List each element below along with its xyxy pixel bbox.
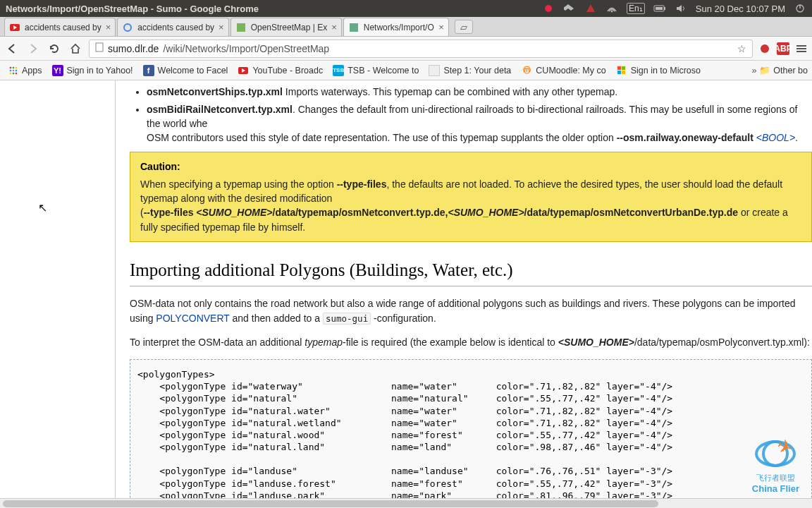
osm-icon — [235, 22, 247, 33]
tsb-icon: TSB — [333, 65, 344, 76]
tab-1[interactable]: accidents caused by × — [4, 18, 116, 36]
tab-label: Networks/Import/O — [364, 23, 434, 32]
code-block: <polygonTypes> <polygonType id="waterway… — [130, 359, 812, 498]
svg-rect-13 — [796, 45, 806, 47]
forward-button[interactable] — [25, 41, 41, 56]
bookmarks-bar: Apps Y!Sign in to Yahoo! fWelcome to Fac… — [0, 61, 812, 80]
close-icon[interactable]: × — [438, 22, 444, 32]
new-tab-button[interactable]: ▱ — [455, 20, 473, 34]
page-viewport: osmNetconvertBicycle.typ.xml imports bic… — [0, 80, 812, 498]
svg-point-1 — [611, 11, 613, 13]
facebook-icon: f — [143, 65, 154, 76]
youtube-icon — [9, 22, 20, 33]
svg-point-0 — [545, 5, 552, 12]
extension-icon[interactable] — [758, 42, 771, 55]
adblock-icon[interactable]: ABP — [777, 42, 789, 55]
url-path: /wiki/Networks/Import/OpenStreetMap — [163, 43, 329, 54]
home-button[interactable] — [68, 41, 83, 56]
svg-rect-6 — [799, 5, 800, 8]
bool-link[interactable]: <BOOL> — [756, 132, 795, 143]
svg-rect-19 — [617, 71, 621, 74]
close-icon[interactable]: × — [219, 22, 224, 32]
bookmark-facebook[interactable]: fWelcome to Facel — [139, 63, 233, 78]
wiki-content: osmNetconvertBicycle.typ.xml imports bic… — [115, 80, 812, 498]
keyboard-layout-indicator[interactable]: En₁ — [627, 3, 645, 14]
moodle-icon: ⓜ — [521, 65, 532, 76]
section-heading: Importing additional Polygons (Buildings… — [130, 258, 812, 286]
tab-label: OpenStreetMap | Ex — [251, 23, 328, 32]
bookmark-youtube[interactable]: YouTube - Broadc — [233, 63, 327, 78]
polyconvert-link[interactable]: POLYCONVERT — [156, 313, 229, 324]
svg-rect-17 — [617, 66, 621, 70]
apps-icon — [8, 66, 18, 75]
svg-rect-3 — [664, 7, 665, 10]
scrollbar-thumb[interactable] — [3, 500, 658, 507]
svg-rect-4 — [656, 7, 663, 10]
list-item: osmNetconvertBicycle.typ.xml imports bic… — [147, 80, 812, 82]
volume-icon[interactable] — [675, 3, 687, 14]
close-icon[interactable]: × — [106, 22, 111, 32]
youtube-icon — [238, 65, 249, 76]
bookmark-yahoo[interactable]: Y!Sign in to Yahoo! — [48, 63, 137, 78]
record-icon[interactable] — [542, 3, 555, 14]
page-icon — [95, 42, 104, 54]
generic-icon — [429, 65, 440, 76]
paragraph: OSM-data not only contains the road netw… — [130, 296, 812, 325]
svg-rect-9 — [237, 23, 245, 32]
network-icon[interactable] — [605, 3, 618, 14]
svg-rect-15 — [796, 51, 806, 52]
microsoft-icon — [616, 65, 627, 76]
svg-rect-20 — [622, 71, 625, 74]
chrome-toolbar: sumo.dlr.de/wiki/Networks/Import/OpenStr… — [0, 37, 812, 61]
tab-3[interactable]: OpenStreetMap | Ex × — [230, 18, 342, 36]
paragraph: To interpret the OSM-data an additional … — [130, 335, 812, 349]
svg-point-12 — [761, 44, 769, 53]
yahoo-icon: Y! — [52, 65, 63, 76]
code-inline: sumo-gui — [323, 313, 371, 325]
caution-box: Caution: When specifying a typemap using… — [130, 152, 812, 241]
bookmark-step1[interactable]: Step 1: Your deta — [424, 63, 515, 78]
caution-text: (--type-files <SUMO_HOME>/data/typemap/o… — [140, 205, 801, 234]
bookmark-microsoft[interactable]: Sign in to Microso — [612, 63, 705, 78]
clock[interactable]: Sun 20 Dec 10:07 PM — [696, 4, 785, 14]
tab-4-active[interactable]: Networks/Import/O × — [343, 18, 449, 36]
svg-rect-14 — [796, 48, 806, 49]
list-item: osmNetconvertShips.typ.xml Imports water… — [147, 85, 812, 99]
svg-point-8 — [124, 24, 131, 31]
extensions-area: ABP — [758, 42, 808, 55]
system-tray: En₁ Sun 20 Dec 10:07 PM — [542, 3, 806, 14]
svg-rect-18 — [622, 66, 625, 70]
close-icon[interactable]: × — [331, 22, 337, 32]
svg-rect-10 — [350, 23, 358, 32]
tab-label: accidents caused by — [137, 23, 214, 32]
bookmark-tsb[interactable]: TSBTSB - Welcome to — [328, 63, 423, 78]
tab-2[interactable]: accidents caused by × — [117, 18, 228, 36]
folder-icon: 📁 — [759, 65, 770, 75]
caution-heading: Caution: — [140, 159, 801, 174]
system-menubar: Networks/Import/OpenStreetMap - Sumo - G… — [0, 0, 812, 17]
bookmark-moodle[interactable]: ⓜCUMoodle: My co — [517, 63, 610, 78]
bookmark-apps[interactable]: Apps — [4, 64, 47, 78]
google-icon — [122, 22, 133, 33]
svg-rect-11 — [96, 43, 103, 52]
chrome-tabstrip: accidents caused by × accidents caused b… — [0, 17, 812, 37]
address-bar[interactable]: sumo.dlr.de/wiki/Networks/Import/OpenStr… — [89, 40, 753, 58]
dropbox-icon[interactable] — [563, 3, 576, 14]
list-item: osmBidiRailNetconvert.typ.xml. Changes t… — [147, 102, 812, 145]
typemap-list: osmNetconvertBicycle.typ.xml imports bic… — [130, 80, 812, 145]
reload-button[interactable] — [47, 41, 62, 56]
tab-label: accidents caused by — [25, 23, 102, 32]
window-title: Networks/Import/OpenStreetMap - Sumo - G… — [6, 4, 259, 14]
back-button[interactable] — [4, 41, 20, 56]
bookmark-star-icon[interactable]: ☆ — [737, 43, 746, 54]
url-host: sumo.dlr.de — [108, 43, 159, 54]
caution-text: When specifying a typemap using the opti… — [140, 177, 801, 206]
chrome-menu-button[interactable] — [795, 42, 808, 55]
horizontal-scrollbar[interactable] — [0, 498, 812, 508]
sumo-icon — [348, 22, 359, 33]
session-icon[interactable] — [794, 3, 806, 14]
bookmarks-overflow[interactable]: »📁Other bo — [751, 65, 808, 75]
warning-icon[interactable] — [584, 3, 597, 14]
battery-icon[interactable] — [653, 3, 666, 14]
